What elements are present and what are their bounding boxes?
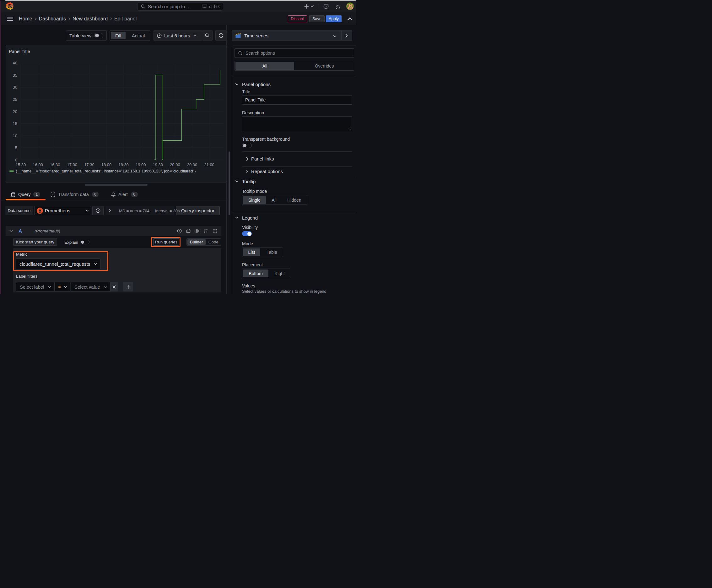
svg-text:16:00: 16:00 <box>33 162 43 167</box>
svg-text:19:00: 19:00 <box>136 162 146 167</box>
svg-text:16:30: 16:30 <box>50 162 60 167</box>
svg-text:15: 15 <box>13 121 17 126</box>
svg-text:{__name__="cloudflared_tunnel_: {__name__="cloudflared_tunnel_total_requ… <box>16 169 196 173</box>
svg-text:30: 30 <box>13 85 17 89</box>
svg-text:20:30: 20:30 <box>187 162 197 167</box>
svg-text:5: 5 <box>15 145 17 150</box>
svg-text:35: 35 <box>13 73 17 78</box>
svg-text:15:30: 15:30 <box>16 162 26 167</box>
svg-text:19:30: 19:30 <box>153 162 163 167</box>
svg-text:0: 0 <box>15 158 17 162</box>
svg-text:21:00: 21:00 <box>204 162 214 167</box>
svg-text:40: 40 <box>13 61 17 65</box>
svg-text:25: 25 <box>13 97 17 102</box>
svg-text:18:30: 18:30 <box>118 162 129 167</box>
svg-text:20:00: 20:00 <box>170 162 180 167</box>
svg-text:20: 20 <box>13 109 17 114</box>
svg-text:?: ? <box>97 209 99 212</box>
svg-text:?: ? <box>325 5 327 8</box>
svg-text:18:00: 18:00 <box>102 162 112 167</box>
svg-text:?: ? <box>179 230 180 233</box>
svg-text:17:00: 17:00 <box>67 162 78 167</box>
svg-text:17:30: 17:30 <box>84 162 94 167</box>
svg-text:10: 10 <box>13 133 17 138</box>
